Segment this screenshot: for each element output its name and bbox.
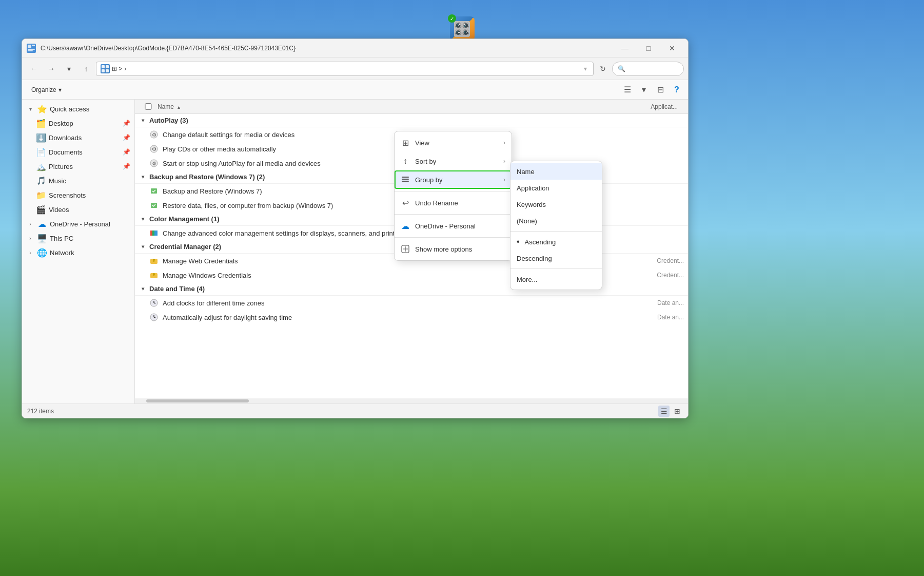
credential-item1-category: Credent...: [633, 257, 684, 264]
group-autoplay[interactable]: ▾ AutoPlay (3): [135, 114, 688, 127]
music-folder-icon: 🎵: [36, 176, 46, 185]
organize-button[interactable]: Organize ▾: [26, 83, 67, 97]
sidebar-item-documents[interactable]: 📄 Documents 📌: [22, 145, 134, 159]
svg-text:⚙: ⚙: [152, 146, 156, 152]
submenu-more[interactable]: More...: [510, 271, 602, 287]
context-undo-label: Undo Rename: [415, 199, 505, 207]
horizontal-scrollbar[interactable]: [135, 398, 688, 404]
select-all-checkbox[interactable]: [143, 103, 153, 110]
context-undo[interactable]: ↩ Undo Rename: [395, 194, 512, 212]
submenu-application[interactable]: Application: [510, 180, 602, 196]
sidebar-network-label: Network: [50, 249, 130, 257]
view-details-button[interactable]: ☰: [620, 83, 635, 97]
context-moreoptions-label: Show more options: [415, 245, 505, 253]
item-count: 212 items: [27, 408, 54, 415]
list-item[interactable]: Automatically adjust for daylight saving…: [135, 310, 688, 324]
context-groupby-label: Group by: [415, 176, 498, 184]
group-datetime[interactable]: ▾ Date and Time (4): [135, 282, 688, 296]
windows-credentials-icon: [149, 271, 159, 280]
context-onedrive[interactable]: ☁ OneDrive - Personal: [395, 217, 512, 235]
sidebar-item-desktop[interactable]: 🗂️ Desktop 📌: [22, 116, 134, 130]
submenu-name[interactable]: Name: [510, 163, 602, 180]
submenu-none-label: (None): [517, 217, 537, 225]
context-separator-2: [395, 214, 512, 215]
search-box[interactable]: [612, 62, 684, 76]
svg-rect-34: [402, 179, 409, 180]
sidebar: ▾ ⭐ Quick access 🗂️ Desktop 📌 ⬇️ Downloa…: [22, 100, 135, 404]
desktop-folder-icon: 🗂️: [36, 119, 46, 128]
navigation-toolbar: ← → ▾ ↑ ⊞ > › ▾ ↻: [22, 57, 688, 80]
context-moreoptions[interactable]: Show more options: [395, 240, 512, 258]
sort-arrow-icon: ▴: [178, 104, 180, 110]
context-sortby[interactable]: ↕ Sort by ›: [395, 152, 512, 170]
svg-line-29: [154, 303, 155, 303]
large-icons-view-button[interactable]: ⊞: [672, 406, 683, 417]
horizontal-scrollbar-thumb[interactable]: [146, 399, 249, 402]
sidebar-item-thispc[interactable]: › 🖥️ This PC: [22, 231, 134, 245]
svg-line-32: [154, 317, 155, 318]
list-item[interactable]: Manage Windows Credentials Credent...: [135, 268, 688, 282]
autoplay-expand-icon: ▾: [139, 117, 146, 124]
address-icon: [101, 64, 110, 73]
more-options-icon: [401, 244, 410, 254]
submenu-ascending[interactable]: Ascending: [510, 234, 602, 250]
view-dropdown-button[interactable]: ▾: [637, 83, 651, 97]
sidebar-quick-access-label: Quick access: [50, 105, 130, 113]
documents-pin-icon: 📌: [123, 148, 130, 156]
context-groupby[interactable]: Group by ›: [395, 170, 512, 189]
view-arrow-icon: ›: [503, 139, 505, 146]
sidebar-item-screenshots[interactable]: 📁 Screenshots: [22, 188, 134, 202]
submenu-keywords[interactable]: Keywords: [510, 196, 602, 213]
refresh-button[interactable]: ↻: [596, 62, 610, 76]
minimize-button[interactable]: —: [613, 39, 637, 57]
sidebar-item-downloads[interactable]: ⬇️ Downloads 📌: [22, 130, 134, 145]
submenu-none[interactable]: (None): [510, 213, 602, 229]
help-button[interactable]: ?: [670, 83, 684, 97]
thispc-expand-icon: ›: [26, 234, 34, 242]
svg-rect-26: [153, 275, 154, 276]
sidebar-thispc-label: This PC: [50, 235, 130, 242]
maximize-button[interactable]: □: [637, 39, 660, 57]
submenu-descending[interactable]: Descending: [510, 250, 602, 266]
forward-button[interactable]: →: [44, 62, 59, 76]
close-button[interactable]: ✕: [660, 39, 684, 57]
status-bar: 212 items ☰ ⊞: [22, 404, 688, 418]
color-icon: [149, 228, 159, 238]
svg-rect-3: [28, 49, 35, 50]
context-view[interactable]: ⊞ View ›: [395, 133, 512, 152]
details-view-button[interactable]: ☰: [658, 406, 670, 417]
name-column-header[interactable]: Name ▴: [158, 103, 626, 110]
sidebar-item-videos[interactable]: 🎬 Videos: [22, 202, 134, 217]
application-column-header[interactable]: Applicat...: [626, 103, 678, 110]
network-icon: 🌐: [37, 248, 47, 257]
dropdown-button[interactable]: ▾: [61, 62, 76, 76]
onedrive-icon: ☁: [37, 219, 47, 228]
datetime-item2-category: Date an...: [633, 314, 684, 321]
context-sortby-label: Sort by: [415, 158, 498, 165]
sidebar-item-music[interactable]: 🎵 Music: [22, 174, 134, 188]
column-header: Name ▴ Applicat...: [135, 100, 688, 114]
sidebar-desktop-label: Desktop: [49, 120, 120, 127]
sidebar-onedrive-label: OneDrive - Personal: [50, 220, 130, 228]
details-pane-button[interactable]: ⊟: [653, 83, 667, 97]
pictures-pin-icon: 📌: [123, 163, 130, 170]
datetime-item1-label: Add clocks for different time zones: [163, 299, 628, 307]
search-input[interactable]: [618, 65, 678, 72]
svg-rect-2: [32, 45, 35, 46]
sidebar-item-onedrive[interactable]: › ☁ OneDrive - Personal: [22, 217, 134, 231]
address-chevron: ›: [124, 65, 126, 72]
sidebar-quick-access[interactable]: ▾ ⭐ Quick access: [22, 102, 134, 116]
up-button[interactable]: ↑: [78, 62, 94, 76]
sidebar-downloads-label: Downloads: [49, 134, 120, 142]
sidebar-item-network[interactable]: › 🌐 Network: [22, 245, 134, 260]
svg-rect-33: [402, 177, 409, 178]
network-expand-icon: ›: [26, 248, 34, 257]
list-item[interactable]: Add clocks for different time zones Date…: [135, 296, 688, 310]
sidebar-item-pictures[interactable]: 🏔️ Pictures 📌: [22, 159, 134, 174]
command-bar-right: ☰ ▾ ⊟ ?: [620, 83, 684, 97]
address-bar[interactable]: ⊞ > › ▾: [96, 62, 594, 76]
title-bar-path: C:\Users\awawr\OneDrive\Desktop\GodMode.…: [41, 45, 613, 52]
downloads-pin-icon: 📌: [123, 134, 130, 141]
back-button[interactable]: ←: [26, 62, 42, 76]
sort-icon: ↕: [401, 157, 410, 166]
